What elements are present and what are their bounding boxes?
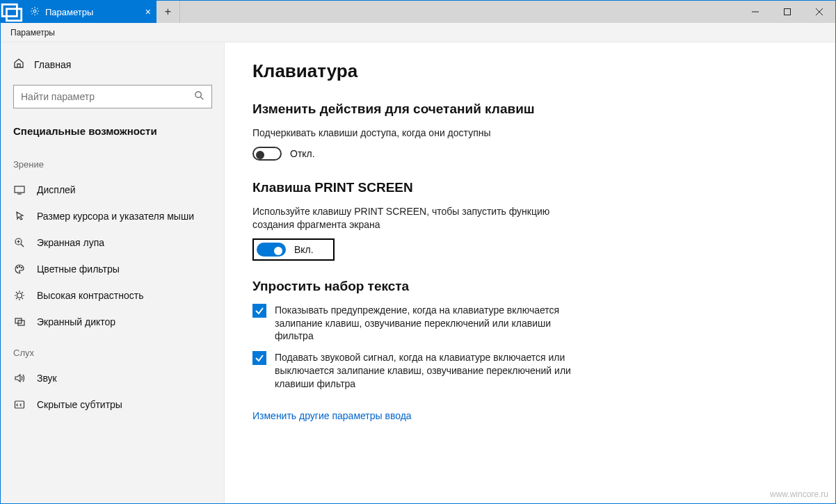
sidebar-item-high-contrast[interactable]: Высокая контрастность: [1, 282, 225, 309]
window-subtitle: Параметры: [1, 23, 835, 42]
sidebar-group-hearing: Слух: [1, 335, 225, 365]
search-input[interactable]: [21, 91, 194, 102]
toggle-print-screen-focus: Вкл.: [252, 238, 335, 261]
sidebar-item-label: Экранный диктор: [37, 316, 115, 327]
body: Главная Специальные возможности Зрение Д…: [1, 42, 835, 503]
close-tab-icon[interactable]: ×: [145, 6, 151, 17]
sidebar: Главная Специальные возможности Зрение Д…: [1, 42, 225, 503]
sidebar-item-label: Высокая контрастность: [37, 290, 143, 301]
nav-home[interactable]: Главная: [1, 52, 225, 76]
svg-rect-1: [7, 9, 22, 21]
task-view-icon[interactable]: [1, 1, 24, 23]
toggle-off-label: Откл.: [290, 148, 315, 159]
toggle-underline-access-keys[interactable]: [252, 147, 282, 161]
sound-icon: [13, 373, 26, 384]
gear-icon: [30, 6, 40, 18]
page-title: Клавиатура: [252, 60, 807, 82]
sidebar-item-magnifier[interactable]: Экранная лупа: [1, 229, 225, 256]
svg-point-2: [33, 10, 36, 13]
sidebar-item-color-filters[interactable]: Цветные фильтры: [1, 256, 225, 282]
contrast-icon: [13, 290, 26, 301]
new-tab-button[interactable]: +: [156, 1, 180, 23]
sidebar-item-label: Скрытые субтитры: [37, 399, 122, 410]
magnifier-icon: [13, 237, 26, 248]
display-icon: [13, 184, 26, 195]
sidebar-item-label: Дисплей: [37, 184, 76, 195]
maximize-button[interactable]: [771, 1, 803, 23]
captions-icon: [13, 399, 26, 410]
svg-point-18: [17, 293, 22, 298]
titlebar-drag-area[interactable]: [180, 1, 739, 23]
tab-label: Параметры: [45, 7, 93, 17]
svg-point-16: [19, 266, 19, 267]
section-print-screen-title: Клавиша PRINT SCREEN: [252, 180, 807, 195]
palette-icon: [13, 263, 26, 275]
sidebar-item-sound[interactable]: Звук: [1, 365, 225, 391]
checkbox-play-sound-label: Подавать звуковой сигнал, когда на клави…: [275, 351, 579, 391]
link-other-input-settings[interactable]: Изменить другие параметры ввода: [252, 410, 412, 421]
svg-point-7: [195, 91, 201, 97]
svg-point-15: [17, 267, 17, 268]
section-simplify-typing-title: Упростить набор текста: [252, 279, 807, 294]
close-button[interactable]: [803, 1, 835, 23]
svg-line-25: [22, 292, 24, 293]
minimize-button[interactable]: [739, 1, 771, 23]
svg-line-24: [22, 298, 24, 300]
toggle-print-screen[interactable]: [257, 243, 286, 257]
cursor-icon: [13, 211, 26, 222]
sidebar-item-cursor-size[interactable]: Размер курсора и указателя мыши: [1, 203, 225, 229]
watermark: www.wincore.ru: [770, 489, 828, 499]
search-box[interactable]: [13, 85, 212, 108]
checkbox-show-warning[interactable]: [252, 304, 266, 318]
underline-access-keys-desc: Подчеркивать клавиши доступа, когда они …: [252, 127, 572, 140]
svg-line-12: [21, 244, 24, 247]
search-icon: [194, 90, 204, 104]
sidebar-item-label: Цветные фильтры: [37, 263, 120, 275]
svg-point-17: [21, 267, 22, 268]
svg-rect-9: [15, 186, 24, 193]
sidebar-item-narrator[interactable]: Экранный диктор: [1, 309, 225, 335]
section-shortcut-actions-title: Изменить действия для сочетаний клавиш: [252, 101, 807, 117]
svg-line-23: [16, 292, 17, 293]
content-area: Клавиатура Изменить действия для сочетан…: [225, 42, 835, 503]
home-icon: [13, 58, 24, 71]
narrator-icon: [13, 316, 26, 327]
sidebar-item-label: Размер курсора и указателя мыши: [37, 211, 194, 222]
sidebar-item-closed-captions[interactable]: Скрытые субтитры: [1, 391, 225, 418]
tab-settings-active[interactable]: Параметры ×: [24, 1, 156, 23]
toggle-on-label: Вкл.: [294, 244, 314, 255]
sidebar-item-label: Экранная лупа: [37, 237, 104, 248]
title-bar: Параметры × +: [1, 1, 835, 23]
svg-rect-4: [785, 9, 791, 15]
svg-rect-0: [2, 4, 17, 16]
sidebar-item-display[interactable]: Дисплей: [1, 177, 225, 203]
print-screen-desc: Используйте клавишу PRINT SCREEN, чтобы …: [252, 205, 572, 231]
nav-home-label: Главная: [34, 59, 71, 70]
sidebar-item-label: Звук: [37, 373, 57, 384]
svg-rect-29: [15, 401, 24, 408]
sidebar-group-vision: Зрение: [1, 147, 225, 177]
svg-line-8: [200, 97, 203, 99]
sidebar-category: Специальные возможности: [1, 121, 225, 147]
checkbox-show-warning-label: Показывать предупреждение, когда на клав…: [275, 304, 579, 343]
checkbox-play-sound[interactable]: [252, 351, 266, 365]
svg-line-26: [16, 298, 17, 300]
settings-window: Параметры × + Параметры: [0, 0, 836, 504]
